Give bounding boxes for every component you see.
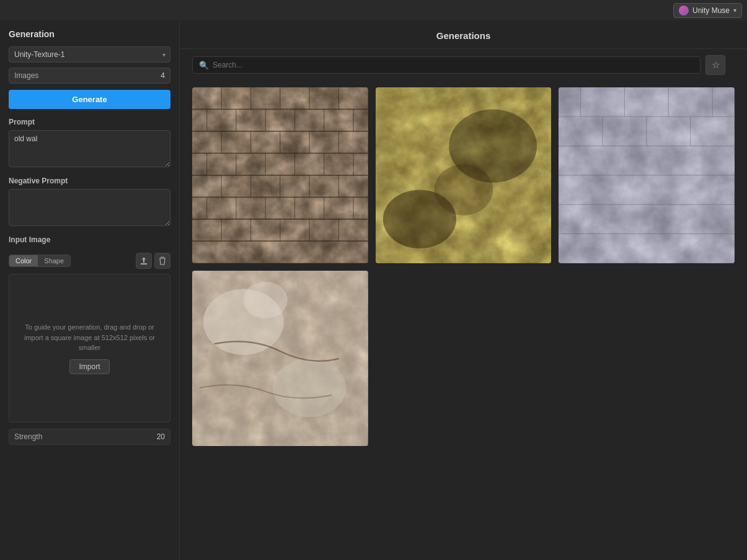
texture-card-2[interactable] bbox=[376, 87, 552, 263]
prompt-label: Prompt bbox=[9, 118, 170, 126]
chevron-down-icon: ▾ bbox=[733, 7, 736, 14]
prompt-textarea[interactable]: old wal bbox=[9, 130, 170, 167]
images-row: Images 4 bbox=[9, 68, 170, 84]
texture-image-4 bbox=[192, 271, 368, 447]
drop-zone-text: To guide your generation, drag and drop … bbox=[17, 322, 162, 353]
muse-icon bbox=[679, 6, 689, 15]
import-button[interactable]: Import bbox=[69, 359, 109, 374]
upload-icon bbox=[139, 256, 148, 265]
generate-button[interactable]: Generate bbox=[9, 90, 170, 109]
upload-icon-btn[interactable] bbox=[136, 253, 152, 269]
unity-muse-label: Unity Muse bbox=[692, 6, 730, 15]
sidebar-title: Generation bbox=[9, 29, 170, 39]
sidebar: Generation Unity-Texture-1 Unity-Texture… bbox=[0, 20, 180, 560]
images-label: Images bbox=[14, 71, 38, 80]
input-image-header: Input Image bbox=[9, 235, 170, 248]
images-value: 4 bbox=[161, 71, 165, 80]
search-icon: 🔍 bbox=[199, 61, 209, 70]
main-layout: Generation Unity-Texture-1 Unity-Texture… bbox=[0, 20, 747, 560]
shape-toggle-btn[interactable]: Shape bbox=[38, 255, 70, 266]
search-row: 🔍 ☆ bbox=[180, 49, 747, 81]
svg-point-69 bbox=[273, 359, 346, 418]
texture-image-1 bbox=[192, 87, 368, 263]
content-title: Generations bbox=[212, 30, 715, 41]
content-area: Generations 🔍 ☆ bbox=[180, 20, 747, 560]
model-select[interactable]: Unity-Texture-1 Unity-Texture-2 bbox=[9, 46, 170, 63]
topbar: Unity Muse ▾ bbox=[0, 0, 747, 20]
favorites-button[interactable]: ☆ bbox=[705, 55, 725, 75]
texture-card-4[interactable] bbox=[192, 271, 368, 447]
svg-point-70 bbox=[244, 281, 288, 318]
strength-value: 20 bbox=[157, 432, 165, 441]
negative-prompt-label: Negative Prompt bbox=[9, 177, 170, 185]
search-input[interactable] bbox=[213, 57, 694, 73]
texture-image-3 bbox=[559, 87, 735, 263]
input-image-label: Input Image bbox=[9, 235, 50, 244]
texture-card-1[interactable] bbox=[192, 87, 368, 263]
svg-point-51 bbox=[434, 164, 493, 216]
generations-grid bbox=[180, 81, 747, 452]
strength-label: Strength bbox=[14, 432, 42, 441]
strength-row: Strength 20 bbox=[9, 429, 170, 445]
color-toggle-btn[interactable]: Color bbox=[9, 255, 38, 266]
texture-card-3[interactable] bbox=[559, 87, 735, 263]
delete-icon-btn[interactable] bbox=[154, 253, 170, 269]
negative-prompt-textarea[interactable] bbox=[9, 189, 170, 226]
color-shape-toggle: Color Shape bbox=[9, 255, 71, 267]
image-drop-zone[interactable]: To guide your generation, drag and drop … bbox=[9, 274, 170, 422]
trash-icon bbox=[159, 256, 166, 265]
search-bar: 🔍 bbox=[192, 56, 701, 74]
content-header: Generations bbox=[180, 20, 747, 49]
texture-image-2 bbox=[376, 87, 552, 263]
unity-muse-button[interactable]: Unity Muse ▾ bbox=[673, 3, 742, 18]
model-select-wrapper: Unity-Texture-1 Unity-Texture-2 ▾ bbox=[9, 46, 170, 63]
image-action-icons bbox=[136, 253, 170, 269]
